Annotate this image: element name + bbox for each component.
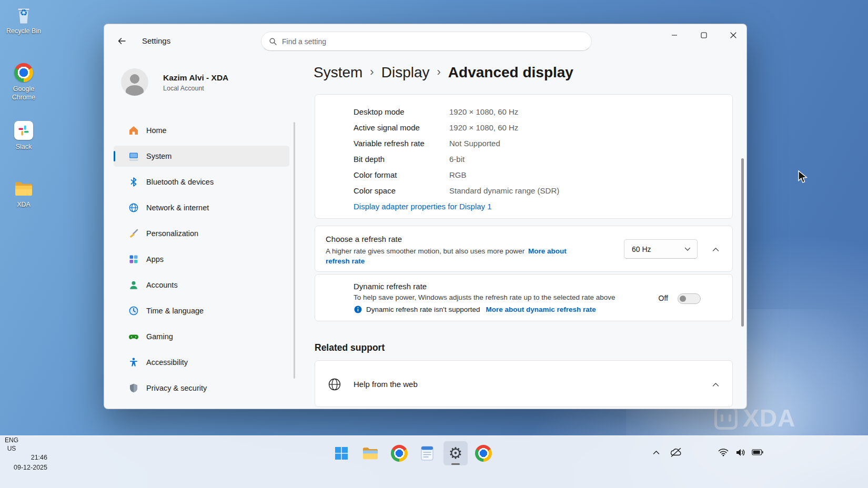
clock-icon bbox=[128, 306, 139, 316]
chrome-icon bbox=[13, 62, 34, 83]
home-icon bbox=[128, 125, 139, 136]
sidebar-item-label: Time & language bbox=[146, 307, 204, 315]
related-support-heading: Related support bbox=[315, 342, 385, 353]
start-button[interactable] bbox=[329, 441, 354, 465]
chevron-right-icon: › bbox=[370, 65, 374, 79]
globe-icon bbox=[328, 378, 341, 393]
shield-icon bbox=[128, 383, 139, 393]
folder-icon bbox=[13, 178, 34, 199]
breadcrumb-display[interactable]: Display bbox=[381, 64, 430, 81]
language-indicator[interactable]: ENG US bbox=[0, 436, 23, 453]
sidebar-item-network-internet[interactable]: Network & internet bbox=[114, 197, 289, 218]
minimize-button[interactable] bbox=[662, 24, 687, 46]
windows-logo-icon bbox=[334, 446, 349, 461]
display-info-card: Desktop mode 1920 × 1080, 60 Hz Active s… bbox=[315, 94, 733, 219]
collapse-expander-button[interactable] bbox=[710, 244, 721, 255]
system-icon bbox=[128, 151, 139, 161]
xda-logo-icon bbox=[714, 406, 738, 430]
dynamic-refresh-rate-note: Dynamic refresh rate isn't supported Mor… bbox=[354, 306, 596, 313]
sidebar-item-label: Apps bbox=[146, 255, 164, 263]
help-from-web-card[interactable]: Help from the web bbox=[315, 360, 733, 407]
battery-icon[interactable] bbox=[750, 445, 765, 459]
display-adapter-properties-link[interactable]: Display adapter properties for Display 1 bbox=[354, 202, 492, 211]
desktop-icon-label: Google Chrome bbox=[1, 85, 47, 101]
browser-button[interactable] bbox=[471, 441, 496, 465]
more-about-dynamic-refresh-rate-link[interactable]: More about dynamic refresh rate bbox=[486, 306, 596, 313]
sidebar-item-privacy-security[interactable]: Privacy & security bbox=[114, 378, 289, 399]
desktop-icon-label: Recycle Bin bbox=[1, 27, 47, 36]
accounts-person-icon bbox=[128, 280, 139, 290]
table-row: Desktop mode 1920 × 1080, 60 Hz bbox=[354, 104, 559, 119]
sidebar-item-label: Accounts bbox=[146, 281, 178, 289]
chrome-button[interactable] bbox=[387, 441, 411, 465]
sidebar-nav: Home System Bluetooth & devices Network … bbox=[114, 120, 289, 403]
dynamic-refresh-rate-toggle[interactable] bbox=[678, 293, 701, 304]
table-row: Color format RGB bbox=[354, 167, 559, 182]
clock[interactable]: 21:46 09-12-2025 bbox=[0, 453, 47, 473]
window-title: Settings bbox=[142, 36, 170, 45]
back-button[interactable] bbox=[113, 33, 130, 49]
content-scrollbar[interactable] bbox=[741, 158, 744, 327]
personalization-brush-icon bbox=[128, 228, 139, 239]
mouse-cursor bbox=[798, 170, 809, 186]
apps-grid-icon bbox=[128, 254, 139, 265]
chevron-up-icon bbox=[653, 450, 660, 455]
sidebar-item-home[interactable]: Home bbox=[114, 120, 289, 141]
chrome-icon bbox=[475, 445, 492, 462]
sidebar-item-accessibility[interactable]: Accessibility bbox=[114, 352, 289, 373]
breadcrumb-system[interactable]: System bbox=[314, 64, 362, 81]
sidebar-item-gaming[interactable]: Gaming bbox=[114, 326, 289, 347]
refresh-rate-card: Choose a refresh rate A higher rate give… bbox=[315, 226, 733, 272]
desktop-icon-label: Slack bbox=[1, 143, 47, 151]
breadcrumb: System › Display › Advanced display bbox=[314, 64, 573, 81]
close-button[interactable] bbox=[721, 24, 745, 46]
sidebar-scrollbar[interactable] bbox=[294, 122, 295, 379]
chevron-down-icon bbox=[684, 247, 691, 251]
desktop-icon-xda-folder[interactable]: XDA bbox=[1, 178, 47, 209]
desktop-icon-recycle-bin[interactable]: ♻ Recycle Bin bbox=[1, 4, 47, 36]
volume-icon[interactable] bbox=[733, 445, 747, 459]
dynamic-refresh-rate-title: Dynamic refresh rate bbox=[354, 282, 427, 291]
toggle-state-label: Off bbox=[659, 294, 668, 302]
sidebar-item-accounts[interactable]: Accounts bbox=[114, 274, 289, 296]
search-icon bbox=[269, 37, 277, 46]
file-explorer-button[interactable] bbox=[358, 441, 382, 465]
refresh-rate-dropdown[interactable]: 60 Hz bbox=[624, 239, 698, 259]
sidebar-item-bluetooth-devices[interactable]: Bluetooth & devices bbox=[114, 171, 289, 192]
tray-time: 21:46 bbox=[0, 453, 47, 463]
recycle-symbol-icon: ♻ bbox=[13, 7, 34, 18]
help-from-web-title: Help from the web bbox=[354, 380, 418, 389]
desktop-icon-slack[interactable]: Slack bbox=[1, 120, 47, 151]
recycle-bin-icon: ♻ bbox=[13, 4, 34, 25]
desktop-icon-google-chrome[interactable]: Google Chrome bbox=[1, 62, 47, 101]
hidden-icons-chevron[interactable] bbox=[649, 445, 663, 459]
user-name: Kazim Alvi - XDA bbox=[163, 73, 228, 83]
wifi-icon[interactable] bbox=[716, 445, 730, 459]
desktop-icon-label: XDA bbox=[1, 201, 47, 209]
settings-window: Settings Kazim Alvi - XDA Local Account … bbox=[104, 24, 747, 409]
accessibility-person-icon bbox=[128, 357, 139, 368]
avatar[interactable] bbox=[121, 68, 148, 96]
bluetooth-icon bbox=[128, 177, 139, 187]
settings-button[interactable]: ⚙ bbox=[443, 441, 468, 465]
sidebar-item-system[interactable]: System bbox=[114, 146, 289, 167]
search-box[interactable] bbox=[261, 32, 592, 51]
dynamic-refresh-rate-description: To help save power, Windows adjusts the … bbox=[354, 293, 615, 301]
notepad-button[interactable] bbox=[415, 441, 439, 465]
sidebar-item-label: Personalization bbox=[146, 229, 198, 238]
onedrive-offline-icon[interactable] bbox=[668, 444, 684, 460]
sidebar-item-label: Privacy & security bbox=[146, 384, 207, 392]
maximize-button[interactable] bbox=[692, 24, 716, 46]
display-info-rows: Desktop mode 1920 × 1080, 60 Hz Active s… bbox=[354, 104, 559, 198]
collapse-expander-button[interactable] bbox=[710, 379, 721, 390]
search-input[interactable] bbox=[282, 37, 584, 46]
info-icon bbox=[354, 306, 362, 313]
refresh-rate-title: Choose a refresh rate bbox=[326, 235, 402, 243]
refresh-rate-description: A higher rate gives smoother motion, but… bbox=[326, 246, 584, 266]
sidebar-item-apps[interactable]: Apps bbox=[114, 249, 289, 270]
sidebar-item-time-language[interactable]: Time & language bbox=[114, 300, 289, 321]
tray-date: 09-12-2025 bbox=[0, 463, 47, 473]
sidebar-item-label: Bluetooth & devices bbox=[146, 178, 214, 186]
chrome-icon bbox=[391, 445, 408, 462]
sidebar-item-personalization[interactable]: Personalization bbox=[114, 223, 289, 244]
